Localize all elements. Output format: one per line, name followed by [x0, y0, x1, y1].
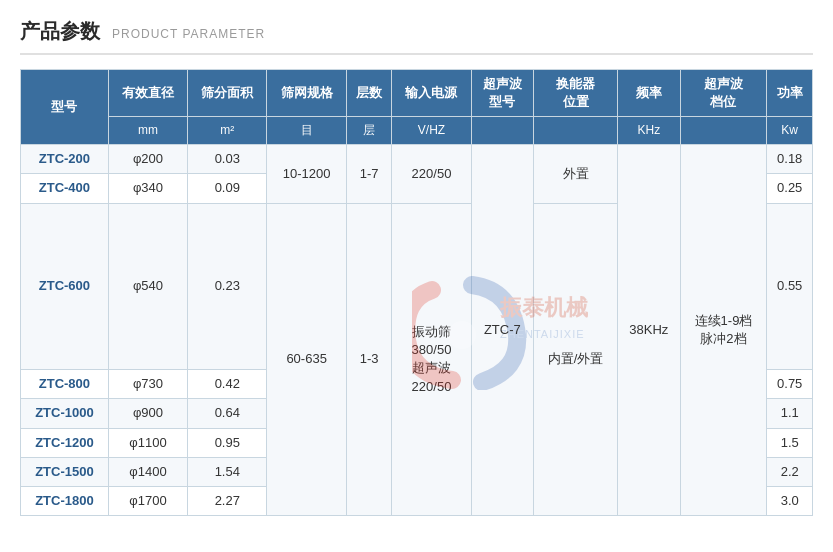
table-header-row1: 型号 有效直径 筛分面积 筛网规格 层数 输入电源 超声波型号 换能器位置 频率…: [21, 70, 813, 117]
col-ultrasound-gear-unit: [680, 117, 767, 145]
cell-layers-span2: 1-3: [346, 203, 392, 516]
col-mesh: 筛网规格: [267, 70, 346, 117]
cell-model: ZTC-1000: [21, 399, 109, 428]
cell-model: ZTC-1200: [21, 428, 109, 457]
col-layers-unit: 层: [346, 117, 392, 145]
cell-mesh-span1: 10-1200: [267, 145, 346, 203]
col-power: 功率: [767, 70, 813, 117]
cell-area: 2.27: [188, 486, 267, 515]
col-mesh-unit: 目: [267, 117, 346, 145]
cell-ultrasound-model-span: 振泰机械 ZHENTAIJIXIE ZTC-7: [471, 145, 533, 516]
col-ultrasound-model: 超声波型号: [471, 70, 533, 117]
cell-diameter: φ900: [108, 399, 187, 428]
cell-model: ZTC-800: [21, 370, 109, 399]
cell-diameter: φ200: [108, 145, 187, 174]
col-ultrasound-gear: 超声波档位: [680, 70, 767, 117]
col-power-unit: Kw: [767, 117, 813, 145]
col-diameter: 有效直径: [108, 70, 187, 117]
cell-diameter: φ730: [108, 370, 187, 399]
cell-mesh-span2: 60-635: [267, 203, 346, 516]
col-area-unit: m²: [188, 117, 267, 145]
table-row: ZTC-200 φ200 0.03 10-1200 1-7 220/50: [21, 145, 813, 174]
cell-model: ZTC-400: [21, 174, 109, 203]
col-transducer-unit: [534, 117, 618, 145]
cell-diameter: φ340: [108, 174, 187, 203]
title-en: PRODUCT PARAMETER: [112, 27, 265, 41]
cell-area: 0.09: [188, 174, 267, 203]
cell-area: 0.23: [188, 203, 267, 370]
section-title: 产品参数 PRODUCT PARAMETER: [20, 18, 813, 55]
cell-power: 0.75: [767, 370, 813, 399]
cell-power: 0.18: [767, 145, 813, 174]
cell-power-in-span1: 220/50: [392, 145, 471, 203]
cell-diameter: φ1400: [108, 457, 187, 486]
col-ultrasound-model-unit: [471, 117, 533, 145]
col-model: 型号: [21, 70, 109, 145]
cell-layers-span1: 1-7: [346, 145, 392, 203]
cell-power-in-span2: 振动筛 380/50 超声波 220/50: [392, 203, 471, 516]
cell-area: 0.42: [188, 370, 267, 399]
cell-transducer-span1: 外置: [534, 145, 618, 203]
cell-power: 1.1: [767, 399, 813, 428]
col-power-in-unit: V/HZ: [392, 117, 471, 145]
cell-model: ZTC-200: [21, 145, 109, 174]
cell-power: 3.0: [767, 486, 813, 515]
cell-frequency-span: 38KHz: [618, 145, 680, 516]
cell-power: 2.2: [767, 457, 813, 486]
col-transducer: 换能器位置: [534, 70, 618, 117]
cell-area: 1.54: [188, 457, 267, 486]
cell-area: 0.03: [188, 145, 267, 174]
col-frequency: 频率: [618, 70, 680, 117]
col-power-in: 输入电源: [392, 70, 471, 117]
col-layers: 层数: [346, 70, 392, 117]
cell-model: ZTC-1500: [21, 457, 109, 486]
col-frequency-unit: KHz: [618, 117, 680, 145]
param-table: 型号 有效直径 筛分面积 筛网规格 层数 输入电源 超声波型号 换能器位置 频率…: [20, 69, 813, 516]
title-cn: 产品参数: [20, 18, 100, 45]
cell-power: 1.5: [767, 428, 813, 457]
page-wrapper: 产品参数 PRODUCT PARAMETER 型号 有效直径 筛分面积 筛网规格…: [0, 0, 833, 536]
cell-diameter: φ1700: [108, 486, 187, 515]
col-diameter-unit: mm: [108, 117, 187, 145]
ultrasound-model-value: ZTC-7: [484, 321, 521, 339]
cell-diameter: φ540: [108, 203, 187, 370]
col-area: 筛分面积: [188, 70, 267, 117]
cell-model: ZTC-1800: [21, 486, 109, 515]
cell-power: 0.55: [767, 203, 813, 370]
cell-area: 0.95: [188, 428, 267, 457]
cell-area: 0.64: [188, 399, 267, 428]
table-header-row2: mm m² 目 层 V/HZ KHz Kw: [21, 117, 813, 145]
cell-diameter: φ1100: [108, 428, 187, 457]
cell-power: 0.25: [767, 174, 813, 203]
cell-gear-span: 连续1-9档 脉冲2档: [680, 145, 767, 516]
cell-model: ZTC-600: [21, 203, 109, 370]
table-body: ZTC-200 φ200 0.03 10-1200 1-7 220/50: [21, 145, 813, 516]
cell-transducer-span2: 内置/外置: [534, 203, 618, 516]
